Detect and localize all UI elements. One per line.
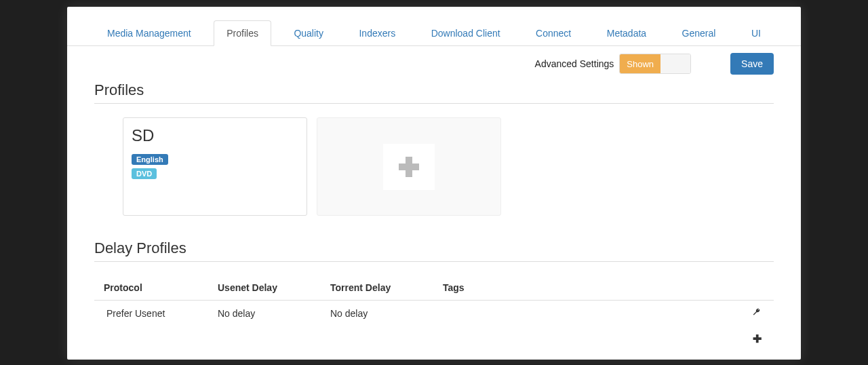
- col-action: [733, 275, 774, 301]
- cell-tags: [433, 301, 733, 326]
- quality-badge: DVD: [132, 168, 157, 179]
- delay-profile-row: Prefer Usenet No delay No delay: [94, 301, 774, 326]
- profile-card-sd[interactable]: SD English DVD: [123, 117, 307, 216]
- language-badge: English: [132, 154, 168, 165]
- toolbar: Advanced Settings Shown Save: [67, 46, 801, 75]
- profiles-section: Profiles SD English DVD: [67, 75, 801, 216]
- tab-indexers[interactable]: Indexers: [346, 20, 408, 46]
- delay-profiles-title: Delay Profiles: [94, 239, 774, 262]
- tab-download-client[interactable]: Download Client: [418, 20, 513, 46]
- col-torrent-delay: Torrent Delay: [321, 275, 433, 301]
- cell-torrent-delay: No delay: [321, 301, 433, 326]
- tab-connect[interactable]: Connect: [523, 20, 584, 46]
- cell-usenet-delay: No delay: [208, 301, 321, 326]
- add-delay-profile-row: ✚: [94, 326, 774, 352]
- tab-media-management[interactable]: Media Management: [94, 20, 204, 46]
- profiles-title: Profiles: [94, 81, 774, 104]
- toggle-empty: [660, 54, 690, 73]
- toggle-shown-label: Shown: [620, 54, 660, 73]
- col-tags: Tags: [433, 275, 733, 301]
- cell-action: [733, 301, 774, 326]
- plus-icon: [399, 157, 419, 177]
- settings-tabs: Media Management Profiles Quality Indexe…: [67, 20, 801, 46]
- delay-profiles-section: Delay Profiles Protocol Usenet Delay Tor…: [67, 216, 801, 352]
- tab-metadata[interactable]: Metadata: [594, 20, 659, 46]
- save-button[interactable]: Save: [730, 53, 774, 75]
- col-usenet-delay: Usenet Delay: [208, 275, 321, 301]
- settings-panel: Media Management Profiles Quality Indexe…: [67, 7, 801, 360]
- delay-profiles-table: Protocol Usenet Delay Torrent Delay Tags…: [94, 275, 774, 352]
- advanced-toggle[interactable]: Shown: [619, 54, 691, 74]
- wrench-icon[interactable]: [752, 307, 762, 317]
- advanced-settings-label: Advanced Settings: [535, 58, 614, 69]
- add-inner: [383, 144, 435, 190]
- add-profile-card[interactable]: [317, 117, 501, 216]
- col-protocol: Protocol: [94, 275, 208, 301]
- tab-general[interactable]: General: [669, 20, 729, 46]
- tab-quality[interactable]: Quality: [281, 20, 336, 46]
- tab-ui[interactable]: UI: [738, 20, 774, 46]
- profile-card-title: SD: [132, 126, 298, 145]
- tab-profiles[interactable]: Profiles: [214, 20, 271, 46]
- cell-protocol: Prefer Usenet: [94, 301, 208, 326]
- add-delay-icon[interactable]: ✚: [753, 333, 762, 345]
- profile-cards: SD English DVD: [94, 117, 774, 216]
